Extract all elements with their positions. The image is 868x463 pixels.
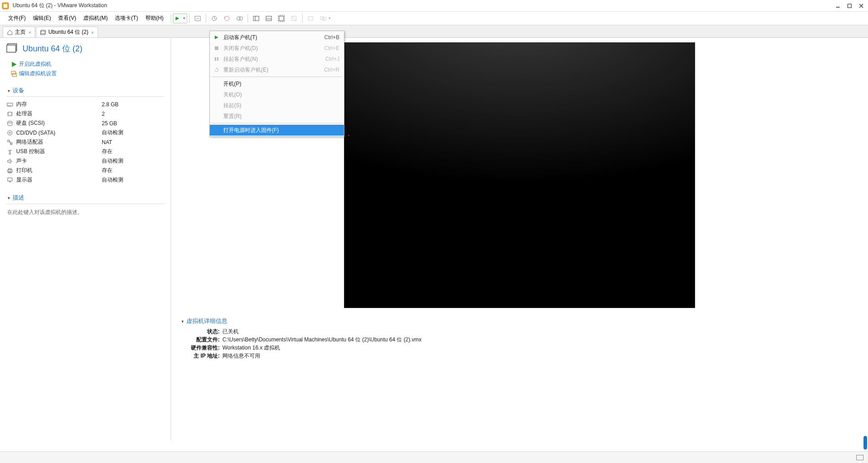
menu-view[interactable]: 查看(V) (54, 13, 80, 23)
devices-section: ▾ 设备 内存 2.8 GB 处理器 2 硬盘 (SCSI) 25 GB (6, 86, 164, 185)
device-row-sound[interactable]: 声卡 自动检测 (6, 156, 164, 166)
status-messages-icon[interactable] (856, 455, 863, 460)
svg-rect-24 (323, 18, 326, 20)
scrollbar-thumb[interactable] (863, 436, 867, 449)
device-value: 存在 (102, 148, 113, 155)
svg-marker-51 (8, 159, 10, 163)
device-row-cddvd[interactable]: CD/DVD (SATA) 自动检测 (6, 128, 164, 137)
svg-marker-29 (12, 62, 16, 67)
menu-item-power-on[interactable]: 开机(P) (210, 78, 344, 89)
device-row-memory[interactable]: 内存 2.8 GB (6, 100, 164, 109)
device-row-display[interactable]: 显示器 自动检测 (6, 175, 164, 185)
vertical-scrollbar[interactable] (863, 50, 867, 449)
menu-item-label: 关机(O) (223, 91, 339, 99)
svg-marker-6 (176, 17, 179, 20)
menu-item-label: 重新启动客户机(E) (223, 66, 324, 74)
description-section: ▾ 描述 在此处键入对该虚拟机的描述。 (6, 194, 164, 218)
menu-help[interactable]: 帮助(H) (142, 13, 167, 23)
svg-rect-1 (4, 4, 7, 8)
toolbar-separator (248, 14, 248, 23)
fullscreen-button[interactable] (276, 13, 287, 24)
menu-item-power-on-firmware[interactable]: 打开电源时进入固件(F) (210, 125, 344, 136)
device-row-usb[interactable]: USB 控制器 存在 (6, 147, 164, 156)
menubar-toolbar-row: 文件(F) 编辑(E) 查看(V) 虚拟机(M) 选项卡(T) 帮助(H) ▾ … (0, 12, 868, 25)
menu-vm[interactable]: 虚拟机(M) (80, 13, 111, 23)
device-row-hdd[interactable]: 硬盘 (SCSI) 25 GB (6, 118, 164, 128)
menu-tabs[interactable]: 选项卡(T) (111, 13, 141, 23)
close-icon[interactable]: × (28, 30, 31, 35)
menu-file[interactable]: 文件(F) (5, 13, 29, 23)
vm-preview-screen[interactable] (344, 42, 695, 308)
tab-vm[interactable]: Ubuntu 64 位 (2) × (36, 27, 98, 37)
play-icon (173, 14, 181, 23)
blank-icon (212, 91, 221, 98)
menu-separator (212, 123, 342, 123)
menu-item-close-guest: 关闭客户机(D) Ctrl+E (210, 43, 344, 54)
blank-icon (212, 127, 221, 134)
tab-bar: 主页 × Ubuntu 64 位 (2) × (0, 25, 868, 38)
menu-item-suspend: 挂起(S) (210, 100, 344, 111)
chevron-down-icon[interactable]: ▾ (181, 14, 187, 23)
toolbar-separator (171, 14, 171, 23)
minimize-button[interactable] (833, 1, 843, 10)
svg-rect-23 (321, 17, 324, 19)
svg-marker-58 (215, 36, 218, 39)
chevron-down-icon[interactable]: ▾ (329, 16, 330, 20)
detail-label: 硬件兼容性: (180, 344, 220, 352)
snapshot-take-button[interactable] (209, 13, 220, 24)
vm-details-panel: ▾ 虚拟机详细信息 状态: 已关机 配置文件: C:\Users\Betty\D… (180, 317, 861, 360)
blank-icon (212, 80, 221, 87)
blank-icon (212, 113, 221, 120)
tab-home-label: 主页 (15, 28, 26, 36)
device-value: 2.8 GB (102, 101, 118, 108)
close-icon[interactable]: × (91, 30, 94, 35)
vm-preview-background (344, 43, 695, 308)
cycle-multiple-monitors-button[interactable] (318, 13, 329, 24)
show-thumbnail-bar-button[interactable] (263, 13, 274, 24)
svg-rect-61 (217, 57, 218, 61)
detail-label: 配置文件: (180, 336, 220, 344)
svg-rect-15 (253, 16, 259, 21)
close-button[interactable] (856, 1, 866, 10)
description-header[interactable]: ▾ 描述 (6, 194, 164, 204)
menu-edit[interactable]: 编辑(E) (29, 13, 54, 23)
unity-button[interactable] (289, 13, 299, 24)
indicator-dot-icon (348, 135, 349, 136)
cpu-icon (6, 110, 14, 118)
menu-item-reset: 重置(R) (210, 111, 344, 122)
memory-icon (6, 101, 14, 108)
device-name: USB 控制器 (16, 148, 102, 155)
maximize-button[interactable] (845, 1, 854, 10)
device-value: 25 GB (102, 120, 117, 127)
menu-item-label: 挂起客户机(N) (223, 55, 325, 63)
svg-point-12 (225, 16, 229, 21)
status-bar (0, 451, 868, 463)
snapshot-manage-button[interactable] (234, 13, 245, 24)
description-input[interactable]: 在此处键入对该虚拟机的描述。 (6, 207, 164, 218)
device-row-cpu[interactable]: 处理器 2 (6, 109, 164, 118)
detail-row-state: 状态: 已关机 (180, 328, 861, 336)
power-button-group[interactable]: ▾ (173, 14, 187, 23)
snapshot-revert-button[interactable] (222, 13, 232, 24)
vm-details-header[interactable]: ▾ 虚拟机详细信息 (180, 317, 861, 325)
devices-header[interactable]: ▾ 设备 (6, 86, 164, 97)
show-sidebar-button[interactable] (251, 13, 262, 24)
chevron-down-icon: ▾ (6, 88, 11, 93)
menu-item-start-guest[interactable]: 启动客户机(T) Ctrl+B (210, 32, 344, 43)
device-row-printer[interactable]: 打印机 存在 (6, 166, 164, 175)
device-value: 2 (102, 111, 105, 117)
menu-item-restart-guest: 重新启动客户机(E) Ctrl+R (210, 64, 344, 75)
send-ctrl-alt-del-button[interactable] (192, 13, 203, 24)
svg-rect-44 (8, 140, 9, 142)
stretch-guest-button[interactable] (305, 13, 316, 24)
device-row-network[interactable]: 网络适配器 NAT (6, 137, 164, 147)
detail-row-ip: 主 IP 地址: 网络信息不可用 (180, 352, 861, 360)
edit-vm-settings-link[interactable]: 编辑虚拟机设置 (11, 70, 164, 77)
tab-home[interactable]: 主页 × (3, 27, 35, 37)
svg-rect-3 (848, 4, 851, 8)
power-on-vm-link[interactable]: 开启此虚拟机 (11, 60, 164, 68)
svg-rect-32 (7, 103, 13, 106)
devices-header-label: 设备 (13, 86, 24, 95)
vm-icon (6, 42, 19, 55)
printer-icon (6, 167, 14, 174)
